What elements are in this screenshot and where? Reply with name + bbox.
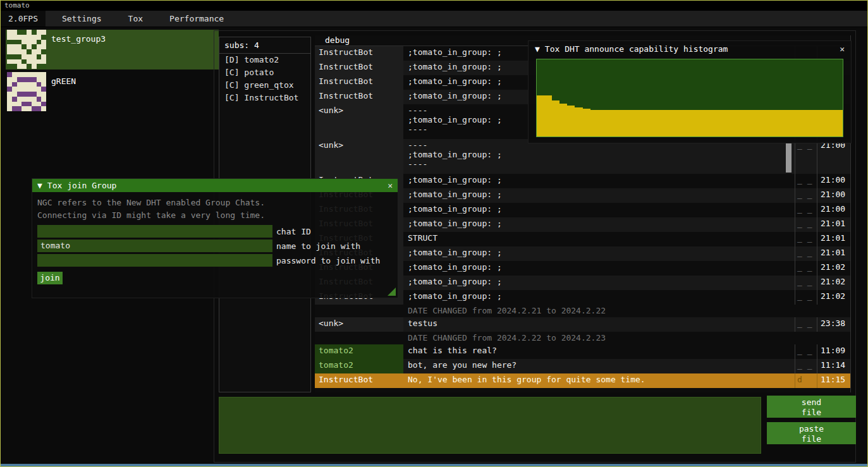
chat-sender: tomato2 xyxy=(315,344,403,359)
resize-handle[interactable] xyxy=(388,288,396,296)
join-name-input[interactable]: tomato xyxy=(37,240,272,252)
send-file-button[interactable]: send file xyxy=(767,396,856,418)
group-item-gREEN[interactable]: gREEN xyxy=(6,72,219,112)
chat-flags: _ _ xyxy=(795,203,817,217)
chat-flags: _ _ xyxy=(795,217,817,232)
group-name: test_group3 xyxy=(51,34,106,44)
member-item[interactable]: [D] tomato2 xyxy=(219,54,310,66)
histogram-bar xyxy=(697,110,705,136)
collapse-icon[interactable]: ▼ xyxy=(535,44,540,54)
menu-items: SettingsToxPerformance xyxy=(46,11,234,27)
histogram-bar xyxy=(598,110,606,136)
histogram-bar xyxy=(743,110,751,136)
join-group-titlebar[interactable]: ▼ Tox join Group ✕ xyxy=(32,179,398,192)
histogram-bar xyxy=(774,110,781,136)
dht-histogram-title: Tox DHT announce capability histogram xyxy=(545,44,728,54)
histogram-bar xyxy=(667,110,675,136)
chat-flags: _ _ xyxy=(795,174,817,188)
dht-histogram-chart xyxy=(536,59,843,137)
member-item[interactable]: [C] green_qtox xyxy=(219,79,310,92)
histogram-bar xyxy=(621,110,628,136)
chat-time: 11:09 xyxy=(817,344,850,359)
paste-file-button[interactable]: paste file xyxy=(767,422,856,444)
chat-flags: _ _ xyxy=(795,276,817,290)
member-list: [D] tomato2[C] potato[C] green_qtox[C] I… xyxy=(219,54,310,104)
histogram-bar xyxy=(804,110,812,136)
join-field-label: password to join with xyxy=(276,256,380,265)
chat-message: testus xyxy=(403,317,795,332)
chat-row[interactable]: tomato2bot, are you new here?_ _11:14 xyxy=(315,359,850,373)
chat-sender: InstructBot xyxy=(315,75,403,90)
histogram-bar xyxy=(812,110,819,136)
histogram-bar xyxy=(759,110,766,136)
histogram-bar xyxy=(819,110,827,136)
join-info-line: NGC refers to the New DHT enabled Group … xyxy=(37,197,393,209)
histogram-bar xyxy=(835,110,843,136)
chat-sender: <unk> xyxy=(315,104,403,139)
chat-flags: d xyxy=(795,373,817,388)
bottom-strip xyxy=(1,464,867,466)
chat-row[interactable]: InstructBotNo, I've been in this group f… xyxy=(315,373,850,388)
chat-flags: _ _ xyxy=(795,139,817,174)
chat-time: 21:02 xyxy=(817,261,850,276)
chat-flags: _ _ xyxy=(795,246,817,261)
chat-sender: InstructBot xyxy=(315,373,403,388)
chat-sender: <unk> xyxy=(315,139,403,174)
collapse-icon[interactable]: ▼ xyxy=(37,181,42,190)
chat-flags: _ _ xyxy=(795,290,817,305)
chat-time: 21:02 xyxy=(817,290,850,305)
chat-id-input[interactable] xyxy=(37,225,272,238)
chat-row[interactable]: <unk>testus_ _23:38 xyxy=(315,317,850,332)
chat-time: 21:01 xyxy=(817,217,850,232)
histogram-bar xyxy=(690,110,697,136)
menu-settings[interactable]: Settings xyxy=(52,11,112,27)
chat-sender: InstructBot xyxy=(315,61,403,75)
menu-tox[interactable]: Tox xyxy=(118,11,153,27)
chat-flags: _ _ xyxy=(795,359,817,373)
chat-message: ;tomato_in_group: ; xyxy=(403,276,795,290)
date-changed-row: DATE CHANGED from 2024.2.21 to 2024.2.22 xyxy=(315,305,850,317)
join-password-input[interactable] xyxy=(37,254,272,267)
menu-performance[interactable]: Performance xyxy=(159,11,234,27)
histogram-bar xyxy=(659,110,667,136)
histogram-bar xyxy=(682,110,690,136)
menubar: 2.0FPS SettingsToxPerformance xyxy=(1,11,867,27)
window-titlebar[interactable]: tomato xyxy=(1,1,867,11)
chat-message: ;tomato_in_group: ; xyxy=(403,261,795,276)
date-changed-row: DATE CHANGED from 2024.2.22 to 2024.2.23 xyxy=(315,332,850,344)
chat-time: 23:38 xyxy=(817,317,850,332)
chat-sender: InstructBot xyxy=(315,46,403,61)
histogram-bar xyxy=(720,110,728,136)
histogram-bar xyxy=(583,109,590,136)
histogram-bar xyxy=(537,95,544,136)
histogram-bar xyxy=(651,110,659,136)
histogram-bar xyxy=(552,100,559,136)
member-item[interactable]: [C] InstructBot xyxy=(219,92,310,104)
histogram-bar xyxy=(828,110,835,136)
join-button[interactable]: join xyxy=(37,272,63,284)
group-item-test_group3[interactable]: test_group3 xyxy=(6,30,219,70)
chat-scrollbar-thumb[interactable] xyxy=(786,143,792,173)
close-icon[interactable]: ✕ xyxy=(840,44,845,54)
chat-message: bot, are you new here? xyxy=(403,359,795,373)
chat-row[interactable]: tomato2chat is this real?_ _11:09 xyxy=(315,344,850,359)
chat-message: ;tomato_in_group: ; xyxy=(403,217,795,232)
message-input[interactable] xyxy=(219,397,761,454)
chat-message: No, I've been in this group for quite so… xyxy=(403,373,795,388)
histogram-bar xyxy=(789,110,797,136)
histogram-bar xyxy=(575,107,582,136)
tab-debug[interactable]: debug xyxy=(321,35,353,45)
histogram-bar xyxy=(781,110,789,136)
window-title: tomato xyxy=(4,1,30,9)
close-icon[interactable]: ✕ xyxy=(388,181,393,190)
dht-histogram-titlebar[interactable]: ▼ Tox DHT announce capability histogram … xyxy=(529,41,851,56)
histogram-bar xyxy=(636,110,644,136)
chat-message: chat is this real? xyxy=(403,344,795,359)
chat-row[interactable]: <unk>---- ;tomato_in_group: ; ----_ _21:… xyxy=(315,139,850,174)
chat-time: 21:00 xyxy=(817,139,850,174)
join-info: NGC refers to the New DHT enabled Group … xyxy=(32,192,398,223)
chat-message: ;tomato_in_group: ; xyxy=(403,188,795,203)
chat-time: 11:14 xyxy=(817,359,850,373)
group-avatar xyxy=(7,30,46,69)
member-item[interactable]: [C] potato xyxy=(219,66,310,79)
